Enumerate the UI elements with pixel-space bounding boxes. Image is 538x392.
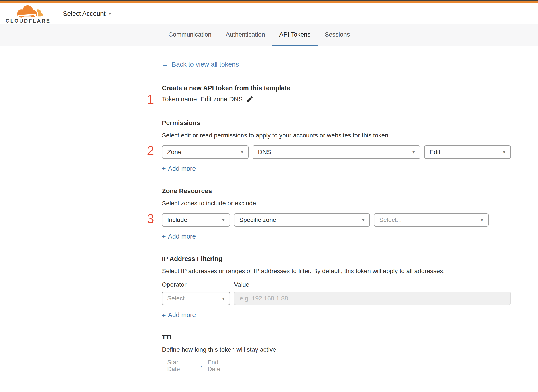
zone-resources-add-more-link[interactable]: + Add more <box>162 233 196 240</box>
edit-token-name-button[interactable] <box>246 96 253 103</box>
chevron-down-icon: ▾ <box>222 217 225 222</box>
cloudflare-wordmark: CLOUDFLARE <box>5 19 51 23</box>
zone-include-exclude-select[interactable]: Include ▾ <box>162 213 230 227</box>
ttl-section: TTL Define how long this token will stay… <box>162 333 511 372</box>
back-to-tokens-link[interactable]: ← Back to view all tokens <box>162 61 239 68</box>
ip-filtering-section: IP Address Filtering Select IP addresses… <box>162 255 511 319</box>
ttl-date-range-picker[interactable]: Start Date → End Date <box>162 360 236 372</box>
ttl-title: TTL <box>162 333 511 341</box>
chevron-down-icon: ▾ <box>109 11 111 16</box>
chevron-down-icon: ▾ <box>481 217 483 222</box>
zone-resources-description: Select zones to include or exclude. <box>162 199 511 207</box>
zone-resources-section: 3 Zone Resources Select zones to include… <box>162 187 511 240</box>
plus-icon: + <box>162 165 166 172</box>
ip-filtering-title: IP Address Filtering <box>162 255 511 263</box>
start-date-placeholder: Start Date <box>167 359 192 373</box>
token-name-text: Token name: Edit zone DNS <box>162 96 243 103</box>
top-accent-orange-bar <box>0 1 538 3</box>
app-header: CLOUDFLARE Select Account ▾ <box>0 3 538 24</box>
token-template-form: ← Back to view all tokens 1 Create a new… <box>162 46 511 392</box>
cloudflare-logo: CLOUDFLARE <box>7 4 49 23</box>
tab-communication[interactable]: Communication <box>161 24 219 46</box>
plus-icon: + <box>162 233 166 240</box>
operator-label: Operator <box>162 281 234 288</box>
ip-value-input[interactable] <box>234 292 511 305</box>
tab-api-tokens[interactable]: API Tokens <box>272 24 318 46</box>
step-number-3: 3 <box>145 212 156 225</box>
chevron-down-icon: ▾ <box>412 149 415 154</box>
value-label: Value <box>234 281 249 288</box>
profile-tabs-nav: Communication Authentication API Tokens … <box>0 24 538 46</box>
token-name-section: 1 Create a new API token from this templ… <box>162 84 511 103</box>
back-link-label: Back to view all tokens <box>172 61 239 68</box>
chevron-down-icon: ▾ <box>503 149 505 154</box>
plus-icon: + <box>162 312 166 318</box>
tab-sessions[interactable]: Sessions <box>318 24 357 46</box>
account-selector-dropdown[interactable]: Select Account ▾ <box>63 10 111 17</box>
chevron-down-icon: ▾ <box>222 296 225 301</box>
ip-operator-select[interactable]: Select... ▾ <box>162 292 230 305</box>
permissions-add-more-link[interactable]: + Add more <box>162 165 196 172</box>
zone-picker-select[interactable]: Select... ▾ <box>374 213 489 227</box>
chevron-down-icon: ▾ <box>362 217 365 222</box>
ip-filtering-add-more-link[interactable]: + Add more <box>162 311 196 319</box>
permissions-description: Select edit or read permissions to apply… <box>162 131 511 139</box>
zone-scope-select[interactable]: Specific zone ▾ <box>234 213 370 227</box>
arrow-right-icon: → <box>197 362 203 369</box>
permission-scope-select[interactable]: Zone ▾ <box>162 145 249 159</box>
permissions-section: 2 Permissions Select edit or read permis… <box>162 119 511 172</box>
permission-level-select[interactable]: Edit ▾ <box>424 145 511 159</box>
permission-group-select[interactable]: DNS ▾ <box>253 145 420 159</box>
chevron-down-icon: ▾ <box>241 149 243 154</box>
permissions-title: Permissions <box>162 119 511 127</box>
tab-authentication[interactable]: Authentication <box>219 24 272 46</box>
back-arrow-icon: ← <box>162 61 168 68</box>
cloudflare-cloud-icon <box>11 4 45 18</box>
zone-resources-title: Zone Resources <box>162 187 511 195</box>
step-number-1: 1 <box>145 93 156 106</box>
end-date-placeholder: End Date <box>208 359 231 373</box>
ip-filtering-description: Select IP addresses or ranges of IP addr… <box>162 267 511 275</box>
step-number-2: 2 <box>145 144 156 157</box>
pencil-icon <box>246 96 253 103</box>
account-selector-label: Select Account <box>63 10 106 17</box>
token-section-title: Create a new API token from this templat… <box>162 84 511 92</box>
ttl-description: Define how long this token will stay act… <box>162 346 511 353</box>
